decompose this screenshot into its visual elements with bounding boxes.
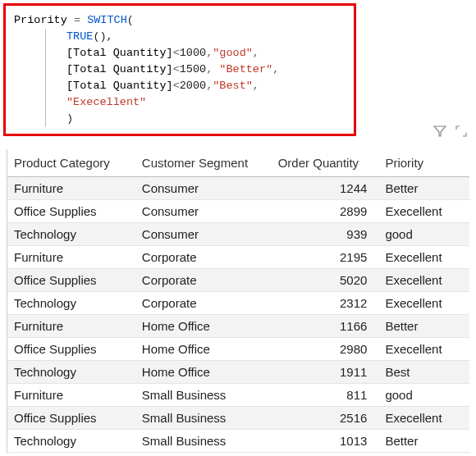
cell-order-quantity: 811	[272, 384, 379, 407]
cell-product-category: Office Supplies	[7, 338, 135, 361]
cell-customer-segment: Consumer	[135, 223, 272, 246]
cell-priority: good	[378, 223, 469, 246]
cell-product-category: Office Supplies	[7, 200, 135, 223]
formula-line-3: [Total Quantity]<1000,"good",	[59, 45, 346, 62]
cell-order-quantity: 1166	[272, 315, 379, 338]
cell-customer-segment: Corporate	[135, 246, 272, 269]
cell-order-quantity: 2516	[272, 407, 379, 430]
cell-priority: Execellent	[378, 338, 469, 361]
table-row[interactable]: TechnologySmall Business1013Better	[7, 430, 469, 453]
func-true: TRUE	[66, 30, 93, 43]
cell-priority: Execellent	[378, 200, 469, 223]
cell-customer-segment: Corporate	[135, 292, 272, 315]
cell-customer-segment: Home Office	[135, 315, 272, 338]
formula-line-4: [Total Quantity]<1500, "Better",	[59, 62, 346, 78]
expand-icon[interactable]	[455, 125, 468, 141]
cell-customer-segment: Home Office	[135, 361, 272, 384]
cell-product-category: Furniture	[7, 384, 135, 407]
formula-line-6: "Execellent"	[59, 94, 346, 111]
cell-product-category: Technology	[7, 361, 135, 384]
cell-customer-segment: Corporate	[135, 269, 272, 292]
cell-priority: Best	[378, 361, 469, 384]
cell-product-category: Technology	[7, 223, 135, 246]
cell-order-quantity: 2899	[272, 200, 379, 223]
cell-order-quantity: 939	[272, 223, 379, 246]
cell-product-category: Furniture	[7, 315, 135, 338]
cell-customer-segment: Small Business	[135, 407, 272, 430]
cell-product-category: Office Supplies	[7, 407, 135, 430]
formula-bar[interactable]: Priority = SWITCH( TRUE(), [Total Quanti…	[3, 3, 356, 136]
table-row[interactable]: Office SuppliesConsumer2899Execellent	[7, 200, 469, 223]
cell-product-category: Technology	[7, 292, 135, 315]
cell-product-category: Technology	[7, 430, 135, 453]
cell-order-quantity: 1244	[272, 177, 379, 200]
data-table: Product Category Customer Segment Order …	[7, 149, 469, 453]
cell-order-quantity: 2312	[272, 292, 379, 315]
table-row[interactable]: Office SuppliesSmall Business2516Execell…	[7, 407, 469, 430]
filter-icon[interactable]	[433, 125, 446, 141]
formula-line-2: TRUE(),	[59, 29, 346, 45]
table-row[interactable]: FurnitureSmall Business811good	[7, 384, 469, 407]
cell-customer-segment: Home Office	[135, 338, 272, 361]
cell-order-quantity: 1911	[272, 361, 379, 384]
formula-line-1: Priority = SWITCH(	[14, 12, 346, 29]
col-header-order-quantity[interactable]: Order Quantity	[272, 149, 379, 177]
table-row[interactable]: TechnologyCorporate2312Execellent	[7, 292, 469, 315]
cell-priority: good	[378, 384, 469, 407]
formula-line-5: [Total Quantity]<2000,"Best",	[59, 78, 346, 94]
table-row[interactable]: TechnologyConsumer939good	[7, 223, 469, 246]
cell-customer-segment: Small Business	[135, 384, 272, 407]
table-row[interactable]: TechnologyHome Office1911Best	[7, 361, 469, 384]
cell-order-quantity: 1013	[272, 430, 379, 453]
cell-order-quantity: 2980	[272, 338, 379, 361]
table-header-row: Product Category Customer Segment Order …	[7, 149, 469, 177]
cell-priority: Better	[378, 430, 469, 453]
cell-product-category: Furniture	[7, 177, 135, 200]
cell-priority: Better	[378, 177, 469, 200]
formula-line-7: )	[59, 111, 346, 127]
func-switch: SWITCH	[87, 14, 127, 26]
cell-priority: Better	[378, 315, 469, 338]
measure-name: Priority	[14, 14, 67, 26]
cell-product-category: Furniture	[7, 246, 135, 269]
cell-priority: Execellent	[378, 407, 469, 430]
table-row[interactable]: FurnitureCorporate2195Execellent	[7, 246, 469, 269]
cell-customer-segment: Consumer	[135, 177, 272, 200]
cell-customer-segment: Small Business	[135, 430, 272, 453]
cell-customer-segment: Consumer	[135, 200, 272, 223]
cell-priority: Execellent	[378, 246, 469, 269]
col-header-priority[interactable]: Priority	[378, 149, 469, 177]
cell-order-quantity: 5020	[272, 269, 379, 292]
table-row[interactable]: Office SuppliesHome Office2980Execellent	[7, 338, 469, 361]
cell-priority: Execellent	[378, 292, 469, 315]
table-row[interactable]: FurnitureConsumer1244Better	[7, 177, 469, 200]
cell-product-category: Office Supplies	[7, 269, 135, 292]
cell-order-quantity: 2195	[272, 246, 379, 269]
table-row[interactable]: Office SuppliesCorporate5020Execellent	[7, 269, 469, 292]
table-row[interactable]: FurnitureHome Office1166Better	[7, 315, 469, 338]
col-header-product-category[interactable]: Product Category	[7, 149, 135, 177]
cell-priority: Execellent	[378, 269, 469, 292]
col-header-customer-segment[interactable]: Customer Segment	[135, 149, 272, 177]
